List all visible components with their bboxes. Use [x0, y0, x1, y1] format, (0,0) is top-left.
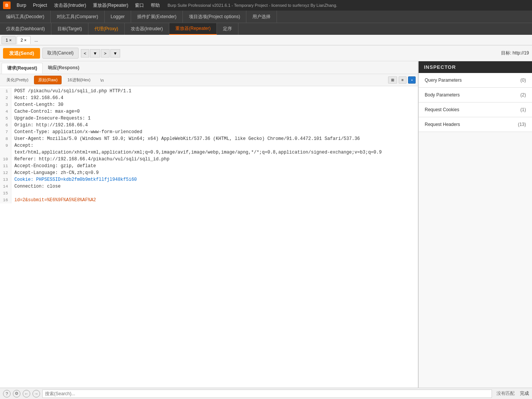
repeater-tabs: 1 × 2 × ... [0, 35, 532, 45]
line-14: 14 Connection: close [0, 183, 418, 190]
menu-window[interactable]: 窗口 [132, 1, 147, 10]
no-match-label: 没有匹配 [496, 390, 515, 397]
main-area: 请求(Request) 响应(Respons) 美化(Pretty) 原始(Ra… [0, 61, 532, 399]
send-button[interactable]: 发送(Send) [3, 48, 40, 59]
line-13: 13 Cookie: PHPSESSID=kdb2fm0b9mtkfllfjl9… [0, 176, 418, 183]
view-split-icon[interactable]: ⊞ [388, 76, 397, 84]
nav-back-button[interactable]: < [81, 49, 89, 57]
menu-project[interactable]: Project [30, 1, 50, 9]
nav-tab-dashboard[interactable]: 仪表盘(Dashboard) [0, 23, 51, 35]
cookies-label: Request Cookies [425, 107, 459, 112]
nav-tab-target[interactable]: 目标(Target) [51, 23, 88, 35]
repeater-tab-2[interactable]: 2 × [17, 36, 31, 44]
menu-help[interactable]: 帮助 [148, 1, 163, 10]
query-params-header[interactable]: Query Parameters (0) [419, 73, 532, 87]
left-pane: 请求(Request) 响应(Respons) 美化(Pretty) 原始(Ra… [0, 61, 419, 399]
line-16: 16 id=2&submit=%E6%9F%A5%E8%AF%A2 [0, 197, 418, 203]
status-text: 完成 [520, 390, 529, 397]
request-headers-label: Request Headers [425, 122, 460, 127]
nav-tabs-row-2: 仪表盘(Dashboard) 目标(Target) 代理(Proxy) 攻击器(… [0, 23, 532, 35]
burp-logo: B [3, 2, 11, 9]
nav-tabs-row: 编码工具(Decoder) 对比工具(Comparer) Logger 插件扩展… [0, 11, 532, 23]
request-headers-header[interactable]: Request Headers (13) [419, 117, 532, 132]
line-5: 5 Upgrade-Insecure-Requests: 1 [0, 115, 418, 122]
format-icons: ⊞ ≡ ▪ [388, 76, 416, 84]
repeater-tab-more[interactable]: ... [31, 36, 41, 44]
format-tabs: 美化(Pretty) 原始(Raw) 16进制(Hex) \n ⊞ ≡ ▪ [0, 74, 418, 86]
nav-arrows: < ▼ > ▼ [81, 49, 121, 57]
format-tab-hex[interactable]: 16进制(Hex) [63, 76, 94, 84]
menu-bar: B Burp Project 攻击器(Intruder) 重放器(Repeate… [0, 0, 532, 11]
request-headers-count: (13) [518, 122, 526, 127]
view-list-icon[interactable]: ≡ [399, 76, 407, 84]
help-icon[interactable]: ? [3, 390, 11, 397]
line-8: 8 User-Agent: Mozilla/5.0 (Windows NT 10… [0, 135, 418, 142]
menu-burp[interactable]: Burp [14, 1, 29, 9]
inspector-body-params: Body Parameters (2) [419, 88, 532, 102]
nav-tab-proxy[interactable]: 代理(Proxy) [88, 23, 125, 35]
line-6: 6 Origin: http://192.168.66.4 [0, 122, 418, 129]
nav-tab-comparer[interactable]: 对比工具(Comparer) [51, 11, 104, 23]
status-bar: ? ⚙ ← → 没有匹配 完成 [0, 388, 532, 399]
req-resp-tabs: 请求(Request) 响应(Respons) [0, 61, 418, 74]
request-content[interactable]: 1 POST /pikachu/vul/sqli/sqli_id.php HTT… [0, 86, 418, 399]
inspector-request-headers: Request Headers (13) [419, 117, 532, 132]
line-3: 3 Content-Length: 30 [0, 101, 418, 108]
format-tab-pretty[interactable]: 美化(Pretty) [2, 76, 32, 84]
format-tab-raw[interactable]: 原始(Raw) [34, 76, 62, 84]
app-title: Burp Suite Professional v2021.6.1 - Temp… [167, 3, 337, 8]
search-input[interactable] [45, 391, 489, 396]
query-params-count: (0) [520, 78, 526, 83]
body-params-count: (2) [520, 92, 526, 98]
repeater-tab-1[interactable]: 1 × [2, 36, 16, 44]
settings-icon[interactable]: ⚙ [13, 390, 20, 397]
view-compact-icon[interactable]: ▪ [408, 76, 416, 84]
inspector-query-params: Query Parameters (0) [419, 73, 532, 88]
line-10: 10 Referer: http://192.168.66.4/pikachu/… [0, 156, 418, 163]
nav-tab-decoder[interactable]: 编码工具(Decoder) [0, 11, 51, 23]
body-params-label: Body Parameters [425, 92, 460, 98]
inspector-pane: INSPECTOR Query Parameters (0) Body Para… [419, 61, 532, 399]
nav-tab-logger[interactable]: Logger [105, 11, 131, 23]
cancel-button[interactable]: 取消(Cancel) [42, 48, 78, 59]
nav-forward-button[interactable]: > [101, 49, 109, 57]
line-9b: text/html,application/xhtml+xml,applicat… [0, 149, 418, 156]
request-tab[interactable]: 请求(Request) [2, 63, 43, 74]
back-icon[interactable]: ← [23, 390, 30, 397]
menu-intruder[interactable]: 攻击器(Intruder) [51, 1, 89, 10]
line-15: 15 [0, 190, 418, 197]
cookies-count: (1) [520, 107, 526, 112]
response-tab[interactable]: 响应(Respons) [43, 63, 85, 74]
forward-icon[interactable]: → [32, 390, 40, 397]
toolbar: 发送(Send) 取消(Cancel) < ▼ > ▼ 目标: http://1… [0, 45, 532, 61]
inspector-cookies: Request Cookies (1) [419, 102, 532, 117]
search-bar [42, 390, 492, 398]
nav-tab-user-options[interactable]: 用户选择 [246, 11, 277, 23]
format-tab-newline[interactable]: \n [96, 76, 108, 84]
nav-tab-sequencer[interactable]: 定序 [217, 23, 238, 35]
nav-tab-intruder[interactable]: 攻击器(Intruder) [125, 23, 169, 35]
line-1: 1 POST /pikachu/vul/sqli/sqli_id.php HTT… [0, 88, 418, 95]
cookies-header[interactable]: Request Cookies (1) [419, 102, 532, 117]
nav-forward-dropdown-button[interactable]: ▼ [110, 49, 121, 57]
query-params-label: Query Parameters [425, 78, 462, 83]
nav-dropdown-button[interactable]: ▼ [90, 49, 100, 57]
nav-tab-extender[interactable]: 插件扩展(Extender) [131, 11, 183, 23]
line-2: 2 Host: 192.168.66.4 [0, 95, 418, 101]
line-9: 9 Accept: [0, 142, 418, 149]
menu-repeater[interactable]: 重放器(Repeater) [90, 1, 131, 10]
inspector-header: INSPECTOR [419, 61, 532, 73]
nav-tab-project-options[interactable]: 项目选项(Project options) [183, 11, 246, 23]
line-7: 7 Content-Type: application/x-www-form-u… [0, 129, 418, 135]
line-4: 4 Cache-Control: max-age=0 [0, 108, 418, 115]
line-12: 12 Accept-Language: zh-CN,zh;q=0.9 [0, 169, 418, 176]
line-11: 11 Accept-Encoding: gzip, deflate [0, 163, 418, 169]
body-params-header[interactable]: Body Parameters (2) [419, 88, 532, 102]
nav-tab-repeater[interactable]: 重放器(Repeater) [169, 23, 217, 35]
target-label: 目标: http://19 [501, 50, 529, 56]
